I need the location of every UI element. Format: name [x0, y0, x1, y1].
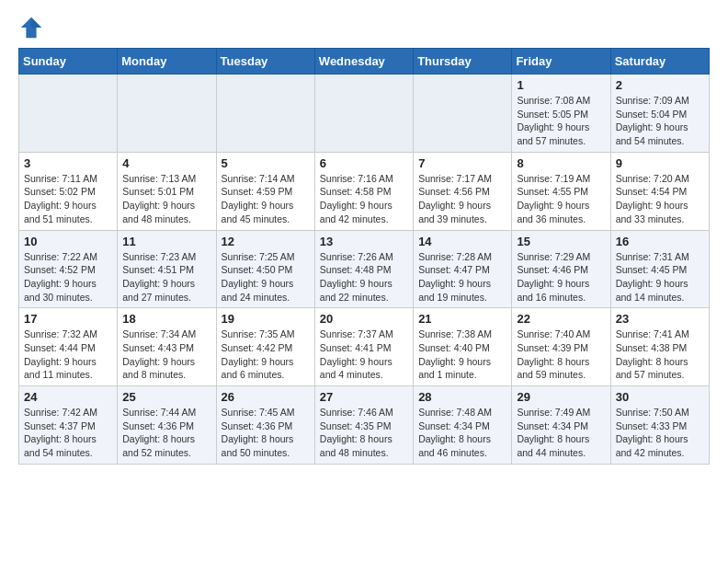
day-info: Sunrise: 7:41 AM Sunset: 4:38 PM Dayligh…: [616, 327, 704, 382]
calendar-row-1: 3Sunrise: 7:11 AM Sunset: 5:02 PM Daylig…: [19, 152, 710, 230]
day-number: 2: [616, 78, 704, 92]
day-number: 16: [616, 235, 704, 248]
day-info: Sunrise: 7:17 AM Sunset: 4:56 PM Dayligh…: [418, 172, 506, 226]
day-info: Sunrise: 7:38 AM Sunset: 4:40 PM Dayligh…: [418, 327, 506, 382]
day-number: 13: [320, 235, 408, 248]
calendar-cell: 8Sunrise: 7:19 AM Sunset: 4:55 PM Daylig…: [512, 152, 610, 230]
logo-icon: [18, 15, 44, 40]
calendar-cell: 25Sunrise: 7:44 AM Sunset: 4:36 PM Dayli…: [118, 386, 216, 465]
calendar-cell: [314, 75, 413, 153]
weekday-friday: Friday: [512, 49, 610, 75]
day-number: 30: [616, 390, 704, 404]
day-info: Sunrise: 7:44 AM Sunset: 4:36 PM Dayligh…: [122, 406, 210, 460]
day-info: Sunrise: 7:22 AM Sunset: 4:52 PM Dayligh…: [24, 250, 112, 304]
calendar-cell: 6Sunrise: 7:16 AM Sunset: 4:58 PM Daylig…: [314, 152, 413, 230]
calendar-cell: 13Sunrise: 7:26 AM Sunset: 4:48 PM Dayli…: [314, 230, 413, 308]
day-number: 23: [616, 312, 704, 326]
day-info: Sunrise: 7:13 AM Sunset: 5:01 PM Dayligh…: [122, 172, 210, 226]
svg-marker-1: [31, 17, 41, 28]
day-number: 18: [122, 312, 210, 326]
day-info: Sunrise: 7:20 AM Sunset: 4:54 PM Dayligh…: [616, 172, 704, 226]
calendar-cell: 24Sunrise: 7:42 AM Sunset: 4:37 PM Dayli…: [19, 386, 118, 465]
calendar-cell: 10Sunrise: 7:22 AM Sunset: 4:52 PM Dayli…: [19, 230, 118, 308]
day-number: 1: [517, 78, 605, 92]
day-info: Sunrise: 7:26 AM Sunset: 4:48 PM Dayligh…: [320, 250, 408, 304]
day-number: 22: [517, 312, 605, 326]
calendar-page: SundayMondayTuesdayWednesdayThursdayFrid…: [0, 0, 728, 479]
day-info: Sunrise: 7:29 AM Sunset: 4:46 PM Dayligh…: [517, 250, 605, 304]
day-number: 24: [24, 390, 112, 404]
calendar-cell: 23Sunrise: 7:41 AM Sunset: 4:38 PM Dayli…: [610, 308, 709, 386]
weekday-tuesday: Tuesday: [216, 49, 314, 75]
calendar-cell: 29Sunrise: 7:49 AM Sunset: 4:34 PM Dayli…: [512, 386, 610, 465]
day-info: Sunrise: 7:11 AM Sunset: 5:02 PM Dayligh…: [24, 172, 112, 226]
logo-area: [18, 15, 48, 40]
day-info: Sunrise: 7:40 AM Sunset: 4:39 PM Dayligh…: [517, 327, 605, 382]
calendar-cell: 28Sunrise: 7:48 AM Sunset: 4:34 PM Dayli…: [414, 386, 512, 465]
day-info: Sunrise: 7:35 AM Sunset: 4:42 PM Dayligh…: [222, 327, 310, 382]
calendar-cell: 15Sunrise: 7:29 AM Sunset: 4:46 PM Dayli…: [512, 230, 610, 308]
calendar-row-0: 1Sunrise: 7:08 AM Sunset: 5:05 PM Daylig…: [19, 75, 710, 153]
day-number: 27: [320, 390, 408, 404]
calendar-cell: 26Sunrise: 7:45 AM Sunset: 4:36 PM Dayli…: [216, 386, 314, 465]
day-number: 11: [122, 235, 210, 248]
day-number: 5: [222, 156, 310, 170]
calendar-cell: 19Sunrise: 7:35 AM Sunset: 4:42 PM Dayli…: [216, 308, 314, 386]
day-info: Sunrise: 7:31 AM Sunset: 4:45 PM Dayligh…: [616, 250, 704, 304]
calendar-cell: 3Sunrise: 7:11 AM Sunset: 5:02 PM Daylig…: [19, 152, 118, 230]
calendar-table: SundayMondayTuesdayWednesdayThursdayFrid…: [18, 48, 710, 465]
day-info: Sunrise: 7:48 AM Sunset: 4:34 PM Dayligh…: [418, 406, 506, 460]
calendar-cell: 21Sunrise: 7:38 AM Sunset: 4:40 PM Dayli…: [414, 308, 512, 386]
calendar-cell: 22Sunrise: 7:40 AM Sunset: 4:39 PM Dayli…: [512, 308, 610, 386]
day-info: Sunrise: 7:09 AM Sunset: 5:04 PM Dayligh…: [616, 94, 704, 148]
day-info: Sunrise: 7:23 AM Sunset: 4:51 PM Dayligh…: [122, 250, 210, 304]
calendar-cell: 12Sunrise: 7:25 AM Sunset: 4:50 PM Dayli…: [216, 230, 314, 308]
calendar-cell: 27Sunrise: 7:46 AM Sunset: 4:35 PM Dayli…: [314, 386, 413, 465]
calendar-cell: [216, 75, 314, 153]
calendar-cell: 1Sunrise: 7:08 AM Sunset: 5:05 PM Daylig…: [512, 75, 610, 153]
day-info: Sunrise: 7:37 AM Sunset: 4:41 PM Dayligh…: [320, 327, 408, 382]
day-number: 3: [24, 156, 112, 170]
calendar-cell: 11Sunrise: 7:23 AM Sunset: 4:51 PM Dayli…: [118, 230, 216, 308]
calendar-cell: 16Sunrise: 7:31 AM Sunset: 4:45 PM Dayli…: [610, 230, 709, 308]
calendar-cell: 14Sunrise: 7:28 AM Sunset: 4:47 PM Dayli…: [414, 230, 512, 308]
day-info: Sunrise: 7:42 AM Sunset: 4:37 PM Dayligh…: [24, 406, 112, 460]
day-info: Sunrise: 7:19 AM Sunset: 4:55 PM Dayligh…: [517, 172, 605, 226]
weekday-monday: Monday: [118, 49, 216, 75]
day-number: 14: [418, 235, 506, 248]
weekday-header-row: SundayMondayTuesdayWednesdayThursdayFrid…: [19, 49, 710, 75]
weekday-wednesday: Wednesday: [314, 49, 413, 75]
weekday-saturday: Saturday: [610, 49, 709, 75]
calendar-cell: 9Sunrise: 7:20 AM Sunset: 4:54 PM Daylig…: [610, 152, 709, 230]
day-number: 8: [517, 156, 605, 170]
day-number: 4: [122, 156, 210, 170]
calendar-cell: 4Sunrise: 7:13 AM Sunset: 5:01 PM Daylig…: [118, 152, 216, 230]
day-number: 17: [24, 312, 112, 326]
header: [18, 15, 710, 40]
day-info: Sunrise: 7:25 AM Sunset: 4:50 PM Dayligh…: [222, 250, 310, 304]
day-info: Sunrise: 7:46 AM Sunset: 4:35 PM Dayligh…: [320, 406, 408, 460]
day-number: 20: [320, 312, 408, 326]
day-number: 10: [24, 235, 112, 248]
day-number: 6: [320, 156, 408, 170]
day-number: 12: [222, 235, 310, 248]
weekday-sunday: Sunday: [19, 49, 118, 75]
calendar-cell: 17Sunrise: 7:32 AM Sunset: 4:44 PM Dayli…: [19, 308, 118, 386]
calendar-row-2: 10Sunrise: 7:22 AM Sunset: 4:52 PM Dayli…: [19, 230, 710, 308]
day-info: Sunrise: 7:14 AM Sunset: 4:59 PM Dayligh…: [222, 172, 310, 226]
day-info: Sunrise: 7:08 AM Sunset: 5:05 PM Dayligh…: [517, 94, 605, 148]
day-number: 9: [616, 156, 704, 170]
day-info: Sunrise: 7:45 AM Sunset: 4:36 PM Dayligh…: [222, 406, 310, 460]
calendar-row-4: 24Sunrise: 7:42 AM Sunset: 4:37 PM Dayli…: [19, 386, 710, 465]
calendar-cell: [414, 75, 512, 153]
calendar-cell: 5Sunrise: 7:14 AM Sunset: 4:59 PM Daylig…: [216, 152, 314, 230]
day-number: 15: [517, 235, 605, 248]
calendar-cell: [19, 75, 118, 153]
calendar-cell: 18Sunrise: 7:34 AM Sunset: 4:43 PM Dayli…: [118, 308, 216, 386]
day-number: 21: [418, 312, 506, 326]
calendar-cell: [118, 75, 216, 153]
calendar-row-3: 17Sunrise: 7:32 AM Sunset: 4:44 PM Dayli…: [19, 308, 710, 386]
day-number: 29: [517, 390, 605, 404]
day-info: Sunrise: 7:34 AM Sunset: 4:43 PM Dayligh…: [122, 327, 210, 382]
calendar-cell: 20Sunrise: 7:37 AM Sunset: 4:41 PM Dayli…: [314, 308, 413, 386]
